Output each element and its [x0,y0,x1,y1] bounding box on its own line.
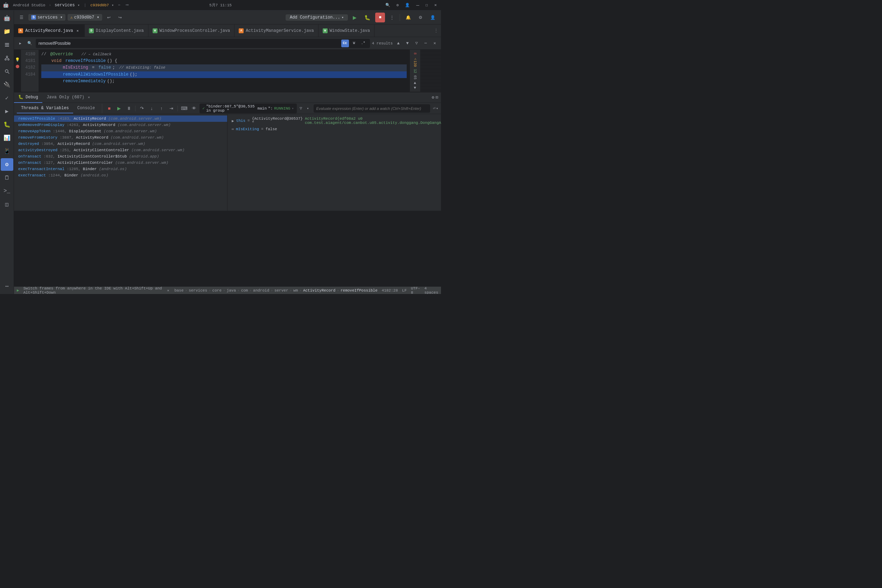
sidebar-item-more[interactable]: ⋯ [1,280,13,292]
search-word-btn[interactable]: W [350,39,358,47]
toolbar-icon-user[interactable]: 👤 [405,3,410,8]
stack-frame-1[interactable]: onRemovedFromDisplay :4263, ActivityReco… [14,122,227,128]
tab-display-content[interactable]: D DisplayContent.java [85,24,148,37]
java-only-close[interactable]: ✕ [87,95,92,100]
sidebar-item-log[interactable]: 🗒 [1,171,13,184]
more-run-btn[interactable]: ⋮ [387,13,397,22]
step-over-btn[interactable]: ↷ [138,104,146,113]
breadcrumb-base[interactable]: base [174,288,183,292]
search-input[interactable] [39,41,340,46]
search-case-btn[interactable]: Cc [341,39,349,47]
stack-frame-6[interactable]: onTransact :632, IActivityClientControll… [14,153,227,160]
sidebar-item-structure[interactable] [1,39,13,51]
debug-btn[interactable]: 🐛 [362,13,373,22]
run-to-cursor-btn[interactable]: ⇥ [167,104,176,113]
thread-filter-btn[interactable]: ▽ [298,106,304,111]
hint-close-btn[interactable]: ✕ [166,288,170,293]
sidebar-item-debug[interactable]: 🐛 [1,118,13,131]
var-mIsExiting[interactable]: ∞ mIsExiting = false [230,126,438,132]
breadcrumb-java[interactable]: java [227,288,236,292]
debug-main-tab[interactable]: 🐛 Debug [14,92,42,103]
add-watch-btn[interactable]: 👁 [190,104,198,113]
cursor-position[interactable]: 4182:28 [382,288,398,292]
tab-activity-record[interactable]: A ActivityRecord.java ✕ [14,24,85,37]
commit-selector[interactable]: ⚠ c939d0b7 ▾ [68,14,102,21]
debug-resume-btn[interactable]: ▶ [115,104,123,113]
stack-frame-5[interactable]: activityDestroyed :251, ActivityClientCo… [14,147,227,153]
eval-dropdown-btn[interactable]: ▾ [436,106,438,111]
debug-stop-btn[interactable]: ■ [105,104,113,113]
window-maximize[interactable]: ☐ [426,3,428,8]
sidebar-item-find[interactable] [1,65,13,78]
sidebar-item-git[interactable] [1,52,13,64]
panel-restore-btn[interactable]: ⊡ [436,95,438,100]
notifications-btn[interactable]: 🔔 [403,13,414,22]
stop-btn[interactable]: ■ [375,13,385,22]
tab-window-process-controller[interactable]: W WindowProcessController.java [148,24,235,37]
stack-frame-8[interactable]: execTransactInternal :1285, Binder (andr… [14,166,227,172]
stack-frame-7[interactable]: onTransact :127, ActivityClientControlle… [14,160,227,166]
ide-settings-btn[interactable]: ⚙ [416,13,425,22]
thread-badge[interactable]: ✓ "binder:607_5"@30,535 in group " main … [200,104,297,113]
tab-activity-manager-service[interactable]: A ActivityManagerService.java [234,24,318,37]
sidebar-item-android[interactable]: 🤖 [1,12,13,24]
panel-expand-btn[interactable]: ▼ [414,86,416,90]
console-tab[interactable]: Console [73,104,99,113]
indent-settings[interactable]: 4 spaces [424,286,438,294]
stack-frame-3[interactable]: removeFromHistory :3887, ActivityRecord … [14,134,227,141]
undo-btn[interactable]: ↩ [104,13,113,22]
account-btn[interactable]: 👤 [428,13,438,22]
run-btn[interactable]: ▶ [350,13,360,22]
eval-input[interactable] [316,106,428,111]
step-into-btn[interactable]: ↓ [147,104,156,113]
search-next-btn[interactable]: ▼ [404,40,411,47]
search-prev-btn[interactable]: ▲ [395,40,402,47]
commit-hash[interactable]: c939d0b7 [90,3,109,8]
window-minimize[interactable]: — [416,3,419,8]
breadcrumb-com[interactable]: com [241,288,248,292]
project-name[interactable]: services [55,3,75,8]
panel-settings-btn[interactable]: ⚙ [432,95,434,100]
search-regex-btn[interactable]: .* [360,39,367,47]
java-only-tab[interactable]: Java Only (607) ✕ [42,92,96,103]
breadcrumb-android[interactable]: android [253,288,269,292]
step-out-btn[interactable]: ↑ [157,104,165,113]
var-this[interactable]: ▶ this = {ActivityRecord@30537} " Activi… [230,116,438,126]
search-filter-btn[interactable]: ▽ [413,40,420,47]
sidebar-item-project[interactable]: 📁 [1,25,13,38]
sidebar-item-plugins[interactable]: 🔌 [1,78,13,91]
sidebar-item-terminal[interactable]: >_ [1,185,13,197]
panel-collapse-btn[interactable]: ▲ [414,81,416,85]
stack-frame-4[interactable]: destroyed :3954, ActivityRecord (com.and… [14,141,227,147]
thread-dropdown-btn[interactable]: ▾ [305,106,311,111]
eval-submit-btn[interactable]: ⏎ [433,106,435,111]
run-config-selector[interactable]: Add Configuration... ▾ [286,14,348,21]
search-options-btn[interactable]: ⋯ [422,40,429,47]
breadcrumb-core[interactable]: core [213,288,222,292]
tab-overflow-menu[interactable]: ⋮ [434,28,441,33]
sidebar-item-profiler[interactable]: 📊 [1,132,13,144]
sidebar-item-device[interactable]: 📱 [1,145,13,158]
stack-frame-9[interactable]: execTransact :1244, Binder (android.os) [14,172,227,178]
redo-btn[interactable]: ↪ [116,13,124,22]
breadcrumb-server[interactable]: server [274,288,288,292]
search-close-btn[interactable]: ✕ [431,40,438,47]
sidebar-item-settings[interactable]: ⚙ [1,158,13,171]
file-charset[interactable]: UTF-8 [411,286,420,294]
breadcrumb-remove-if-possible[interactable]: removeIfPossible [340,288,378,292]
breadcrumb-activity-record[interactable]: ActivityRecord [303,288,335,292]
breadcrumb-services[interactable]: services [189,288,207,292]
toolbar-icon-search[interactable]: 🔍 [386,3,390,8]
threads-variables-tab[interactable]: Threads & Variables [17,104,73,113]
window-close[interactable]: ✕ [434,3,437,8]
hamburger-menu-btn[interactable]: ☰ [17,13,26,22]
sidebar-item-todo[interactable]: ✓ [1,92,13,104]
project-switcher[interactable]: S services ▾ [28,14,66,21]
line-separator[interactable]: LF [402,288,407,292]
evaluate-btn[interactable]: ⌨ [180,104,188,113]
gutter-4182[interactable] [14,63,21,70]
sidebar-item-run[interactable]: ▶ [1,105,13,118]
stack-frame-0[interactable]: removeIfPossible :4183, ActivityRecord (… [14,116,227,122]
toolbar-icon-settings[interactable]: ⚙ [396,3,399,8]
breakpoint-4182[interactable] [16,65,19,68]
